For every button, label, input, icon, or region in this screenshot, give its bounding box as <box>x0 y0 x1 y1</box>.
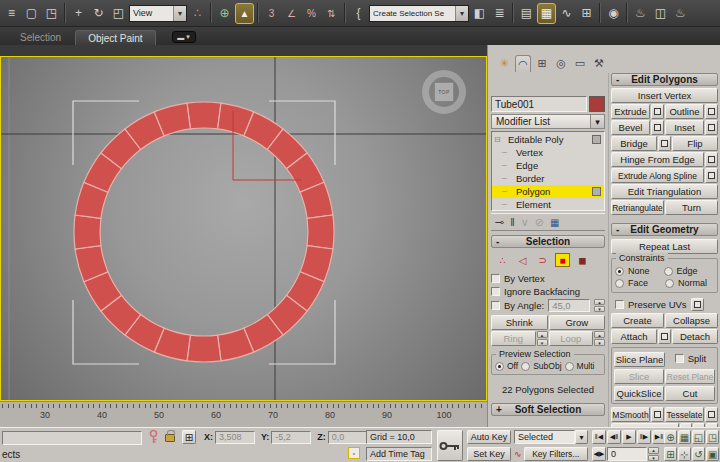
window-crossing-icon[interactable]: ◳ <box>42 3 61 24</box>
slice-plane-button[interactable]: Slice Plane <box>614 352 665 367</box>
object-name-field[interactable]: Tube001 <box>491 96 587 112</box>
select-by-name-icon[interactable]: ≡ <box>2 3 21 24</box>
extrude-along-spline-settings-button[interactable] <box>705 168 718 183</box>
extrude-along-spline-button[interactable]: Extrude Along Spline <box>611 168 704 183</box>
slice-button[interactable]: Slice <box>614 369 664 384</box>
tab-motion-icon[interactable]: ◎ <box>553 55 569 72</box>
collapse-button[interactable]: Collapse <box>665 313 718 328</box>
shrink-button[interactable]: Shrink <box>491 315 548 330</box>
rendered-frame-window-icon[interactable]: ◫ <box>651 3 670 24</box>
named-selection-sets-icon[interactable]: { <box>349 3 368 24</box>
extrude-button[interactable]: Extrude <box>611 104 650 119</box>
zoom-all-icon[interactable]: ▦ <box>678 430 691 444</box>
percent-snap-toggle-icon[interactable]: % <box>302 3 321 24</box>
bevel-button[interactable]: Bevel <box>611 120 650 135</box>
absolute-offset-toggle[interactable]: ⊞ <box>182 430 196 444</box>
chevron-down-icon[interactable]: ▾ <box>455 6 468 21</box>
selection-lock-toggle[interactable] <box>165 429 175 442</box>
track-bar[interactable]: 30405060708090100 <box>0 401 487 427</box>
edit-polygons-rollout-header[interactable]: - Edit Polygons <box>611 73 718 86</box>
hinge-settings-button[interactable] <box>705 152 718 167</box>
inset-settings-button[interactable] <box>705 120 718 135</box>
checkbox[interactable] <box>675 354 684 363</box>
default-in-out-tangent-icon[interactable]: ∿ <box>514 449 522 459</box>
stack-display-icon[interactable] <box>592 135 601 144</box>
tab-display-icon[interactable]: ▭ <box>572 55 588 72</box>
vertex-subobject-icon[interactable]: ∴ <box>495 253 510 267</box>
pin-stack-icon[interactable]: ⊸ <box>495 216 504 229</box>
tab-modify-icon[interactable]: ◠ <box>515 55 531 72</box>
y-coordinate-field[interactable]: -5,2 <box>271 431 311 444</box>
play-button[interactable]: ▶ <box>622 430 636 444</box>
tab-hierarchy-icon[interactable]: ⊞ <box>534 55 550 72</box>
selected-polygon[interactable] <box>187 335 221 362</box>
key-mode-toggle-button[interactable]: ◀▶ <box>592 447 606 461</box>
create-button[interactable]: Create <box>611 313 664 328</box>
msmooth-button[interactable]: MSmooth <box>611 407 650 422</box>
loop-spinner[interactable]: ▴▾ <box>594 331 605 346</box>
edit-triangulation-button[interactable]: Edit Triangulation <box>611 184 718 199</box>
zoom-icon[interactable]: ⊕ <box>664 430 677 444</box>
reference-coordinate-dropdown[interactable]: View ▾ <box>129 5 187 22</box>
configure-modifier-sets-icon[interactable]: ▦ <box>550 217 559 228</box>
go-to-start-button[interactable]: ‖◀ <box>592 430 606 444</box>
cut-button[interactable]: Cut <box>665 386 715 401</box>
tube-polygon-ring[interactable] <box>74 102 334 362</box>
attach-settings-button[interactable] <box>658 329 671 344</box>
stack-item-border[interactable]: ┄Border <box>492 172 604 185</box>
x-coordinate-field[interactable]: 3,508 <box>215 431 255 444</box>
bridge-button[interactable]: Bridge <box>611 136 657 151</box>
zoom-extents-all-icon[interactable]: ◳ <box>706 430 719 444</box>
chevron-down-icon[interactable]: ▾ <box>173 6 186 21</box>
spinner-snap-toggle-icon[interactable]: ⇅ <box>322 3 341 24</box>
tree-collapse-icon[interactable]: ⊟ <box>494 135 508 144</box>
ring-button[interactable]: Ring <box>491 331 536 346</box>
selected-polygon[interactable] <box>74 215 101 249</box>
stack-item-element[interactable]: ┄Element <box>492 198 604 211</box>
show-end-result-icon[interactable]: ‖ <box>510 216 515 228</box>
selected-polygon[interactable] <box>187 102 221 129</box>
select-move-icon[interactable]: + <box>69 3 88 24</box>
schematic-view-icon[interactable]: ⊞ <box>577 3 596 24</box>
extrude-settings-button[interactable] <box>651 104 664 119</box>
set-keys-button[interactable] <box>437 430 463 461</box>
render-setup-icon[interactable]: ♨ <box>631 3 650 24</box>
element-subobject-icon[interactable]: ◼ <box>575 253 590 267</box>
stack-item-polygon[interactable]: ┄Polygon <box>492 185 604 198</box>
tesselate-settings-button[interactable] <box>705 407 718 422</box>
split-checkbox[interactable]: Split <box>666 352 715 364</box>
mirror-icon[interactable]: ◧ <box>470 3 489 24</box>
angle-value-field[interactable]: 45,0 <box>548 299 590 312</box>
ribbon-minimize-dropdown[interactable]: ▬▾ <box>172 31 196 43</box>
tab-utilities-icon[interactable]: ⚒ <box>591 55 607 72</box>
orbit-icon[interactable]: ↺ <box>692 447 705 461</box>
checkbox[interactable] <box>491 287 500 296</box>
edit-geometry-rollout-header[interactable]: - Edit Geometry <box>611 223 718 236</box>
set-key-button[interactable]: Set Key <box>467 447 511 461</box>
tesselate-button[interactable]: Tesselate <box>665 407 704 422</box>
angle-snap-toggle-icon[interactable]: ∠ <box>282 3 301 24</box>
repeat-last-button[interactable]: Repeat Last <box>611 239 718 254</box>
preview-subobj-radio[interactable] <box>521 362 530 371</box>
use-pivot-center-icon[interactable]: ∴ <box>188 3 207 24</box>
make-unique-icon[interactable]: ∨ <box>521 216 529 229</box>
preserve-uvs-settings-button[interactable] <box>691 298 704 311</box>
constraint-face-radio[interactable] <box>615 279 624 288</box>
edge-subobject-icon[interactable]: ◁ <box>515 253 530 267</box>
hinge-from-edge-button[interactable]: Hinge From Edge <box>611 152 704 167</box>
adaptive-degradation-toggle-icon[interactable]: ▫ <box>348 447 360 459</box>
by-vertex-checkbox[interactable]: By Vertex <box>491 272 605 284</box>
ring-spinner[interactable]: ▴▾ <box>537 331 548 346</box>
polygon-subobject-icon[interactable]: ■ <box>555 253 570 267</box>
maximize-viewport-icon[interactable]: ▣ <box>706 447 719 461</box>
selection-rollout-header[interactable]: - Selection <box>491 235 605 248</box>
tab-selection[interactable]: Selection <box>8 30 73 45</box>
viewport-top[interactable]: TOP <box>0 56 487 401</box>
ignore-backfacing-checkbox[interactable]: Ignore Backfacing <box>491 285 605 297</box>
bridge-settings-button[interactable] <box>658 136 671 151</box>
z-coordinate-field[interactable]: 0,0 <box>328 431 368 444</box>
attach-button[interactable]: Attach <box>611 329 657 344</box>
outline-settings-button[interactable] <box>705 104 718 119</box>
zoom-region-icon[interactable]: ⊞ <box>664 447 677 461</box>
frame-spinner[interactable]: ▴▾ <box>648 447 659 461</box>
